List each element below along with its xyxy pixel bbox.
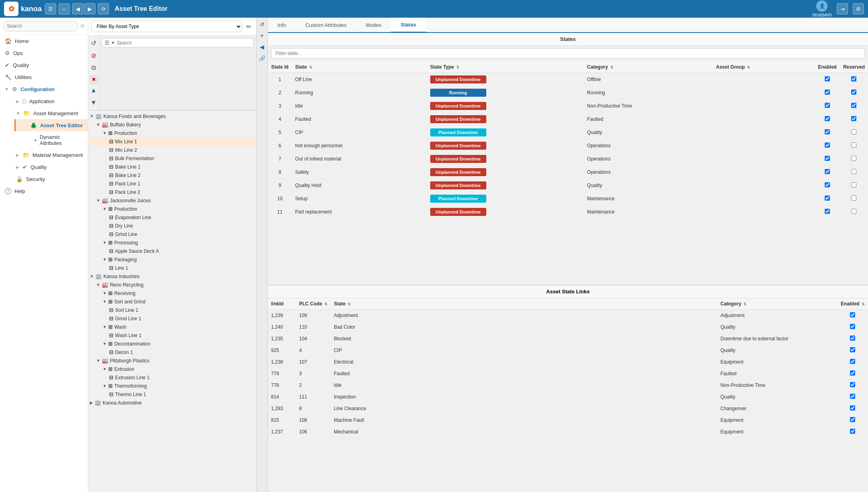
tab-info[interactable]: Info (268, 18, 296, 32)
nav-security[interactable]: 🔒 Security (8, 173, 88, 185)
reserved-checkbox[interactable] (851, 129, 856, 134)
cell-reserved[interactable] (840, 73, 868, 86)
tree-node-production-jj[interactable]: ▼ ⊞ Production (88, 205, 256, 213)
list-item[interactable]: 925 4 CIP Quality (268, 345, 868, 356)
reserved-checkbox[interactable] (851, 142, 856, 148)
settings-btn[interactable]: ⚙ (853, 3, 864, 14)
enabled-checkbox[interactable] (825, 209, 830, 214)
cell-enabled[interactable] (815, 139, 840, 152)
link-enabled-checkbox[interactable] (850, 370, 855, 376)
cell-link-enabled[interactable] (838, 368, 868, 380)
link-enabled-checkbox[interactable] (850, 429, 855, 434)
cell-enabled[interactable] (815, 126, 840, 139)
vert-collapse-btn[interactable]: ◀ (258, 43, 267, 51)
cell-reserved[interactable] (840, 113, 868, 126)
cell-link-enabled[interactable] (838, 333, 868, 345)
tree-node-dry[interactable]: ⊟ Dry Line (88, 222, 256, 230)
nav-help[interactable]: ? Help (0, 185, 88, 197)
nav-home[interactable]: 🏠 Home (0, 35, 88, 47)
link-enabled-checkbox[interactable] (850, 312, 855, 317)
history-btn[interactable]: ⟳ (98, 3, 109, 14)
nav-configuration[interactable]: ▼ ⚙ Configuration (0, 83, 88, 95)
cell-reserved[interactable] (840, 86, 868, 100)
tree-node-grind-1[interactable]: ⊟ Grind Line 1 (88, 314, 256, 323)
link-enabled-checkbox[interactable] (850, 417, 855, 422)
sort-state-icon[interactable]: ⇅ (309, 65, 312, 69)
enabled-checkbox[interactable] (825, 169, 830, 174)
nav-dynamic-attrs[interactable]: ▪ Dynamic Attributes (14, 131, 88, 149)
nav-material-mgmt[interactable]: ▶ 📁 Material Management (8, 149, 88, 161)
enabled-checkbox[interactable] (825, 76, 830, 81)
tree-search-input[interactable] (117, 40, 251, 46)
cell-enabled[interactable] (815, 86, 840, 100)
edit-filter-btn[interactable]: ✏ (245, 21, 253, 32)
tree-node-packaging-jj[interactable]: ▼ ⊞ Packaging (88, 255, 256, 264)
cell-link-enabled[interactable] (838, 310, 868, 321)
states-filter-input[interactable] (271, 48, 865, 59)
cell-reserved[interactable] (840, 126, 868, 139)
list-item[interactable]: 1,239 109 Adjustment Adjustment (268, 310, 868, 321)
vert-refresh-btn[interactable]: ↺ (258, 20, 267, 29)
tree-node-production-1[interactable]: ▼ ⊞ Production (88, 129, 256, 137)
tree-node-wash-1[interactable]: ⊟ Wash Line 1 (88, 331, 256, 340)
tree-node-sort-1[interactable]: ⊟ Sort Line 1 (88, 306, 256, 314)
cell-enabled[interactable] (815, 113, 840, 126)
tree-node-processing-jj[interactable]: ▼ ⊞ Processing (88, 238, 256, 247)
cell-enabled[interactable] (815, 73, 840, 86)
tree-node-jacksonville[interactable]: ▼ 🏭 Jacksonville Juices (88, 196, 256, 205)
sort-le-icon[interactable]: ⇅ (862, 302, 865, 306)
reserved-checkbox[interactable] (851, 103, 856, 108)
enabled-checkbox[interactable] (825, 182, 830, 187)
cell-reserved[interactable] (840, 179, 868, 192)
enabled-checkbox[interactable] (825, 129, 830, 134)
tree-node-reno[interactable]: ▼ 🏭 Reno Recycling (88, 281, 256, 289)
logout-btn[interactable]: ⇥ (837, 3, 848, 14)
vert-link-btn[interactable]: 🔗 (258, 54, 267, 63)
reserved-checkbox[interactable] (851, 169, 856, 174)
tree-node-pack-1[interactable]: ⊟ Pack Line 1 (88, 179, 256, 188)
sort-lc-icon[interactable]: ⇅ (743, 302, 747, 306)
link-enabled-checkbox[interactable] (850, 405, 855, 411)
cell-reserved[interactable] (840, 166, 868, 179)
tree-node-sortgrind[interactable]: ▼ ⊞ Sort and Grind (88, 297, 256, 306)
list-item[interactable]: 1,283 8 Line Clearance Changeover (268, 403, 868, 415)
cell-reserved[interactable] (840, 205, 868, 219)
enabled-checkbox[interactable] (825, 195, 830, 201)
table-row[interactable]: 3 Idle Unplanned Downtime Non-Productive… (268, 100, 868, 113)
reserved-checkbox[interactable] (851, 195, 856, 201)
add-btn[interactable]: ▲ (88, 85, 99, 96)
cell-reserved[interactable] (840, 100, 868, 113)
cell-link-enabled[interactable] (838, 380, 868, 391)
tree-node-extrusion[interactable]: ▼ ⊞ Extrusion (88, 365, 256, 373)
cell-reserved[interactable] (840, 139, 868, 152)
link-enabled-checkbox[interactable] (850, 324, 855, 329)
tree-node-extrusion-1[interactable]: ⊟ Extrusion Line 1 (88, 373, 256, 382)
cell-link-enabled[interactable] (838, 426, 868, 438)
sort-plc-icon[interactable]: ⇅ (324, 302, 328, 306)
table-row[interactable]: 5 CIP Planned Downtime Quality (268, 126, 868, 139)
list-item[interactable]: 1,238 107 Electrical Equipment (268, 356, 868, 368)
tab-states[interactable]: States (391, 18, 426, 33)
link-enabled-checkbox[interactable] (850, 394, 855, 399)
enabled-checkbox[interactable] (825, 103, 830, 108)
enabled-checkbox[interactable] (825, 156, 830, 161)
tree-node-mix-line-2[interactable]: ⊟ Mix Line 2 (88, 146, 256, 154)
tree-node-decon[interactable]: ▼ ⊞ Decontamination (88, 340, 256, 348)
tree-node-mix-line-1[interactable]: ⊟ Mix Line 1 (88, 137, 256, 146)
table-row[interactable]: 1 Off Line Unplanned Downtime Offline (268, 73, 868, 86)
vert-add-btn[interactable]: + (258, 31, 267, 40)
link-enabled-checkbox[interactable] (850, 347, 855, 352)
reserved-checkbox[interactable] (851, 116, 856, 121)
enabled-checkbox[interactable] (825, 89, 830, 95)
cell-enabled[interactable] (815, 179, 840, 192)
table-row[interactable]: 6 Not enough personnel Unplanned Downtim… (268, 139, 868, 152)
cell-enabled[interactable] (815, 205, 840, 219)
cell-reserved[interactable] (840, 192, 868, 205)
cell-link-enabled[interactable] (838, 345, 868, 356)
nav-back-btn[interactable]: ◀ (72, 3, 83, 14)
tree-node-kanoa-auto[interactable]: ▶ 🏢 Kanoa Automotive (88, 398, 256, 407)
tree-node-thermo-1[interactable]: ⊟ Thermo Line 1 (88, 390, 256, 398)
sort-cat-icon[interactable]: ⇅ (610, 65, 613, 69)
nav-application[interactable]: ▶ □ Application (8, 95, 88, 107)
nav-ops[interactable]: ⚙ Ops (0, 47, 88, 59)
